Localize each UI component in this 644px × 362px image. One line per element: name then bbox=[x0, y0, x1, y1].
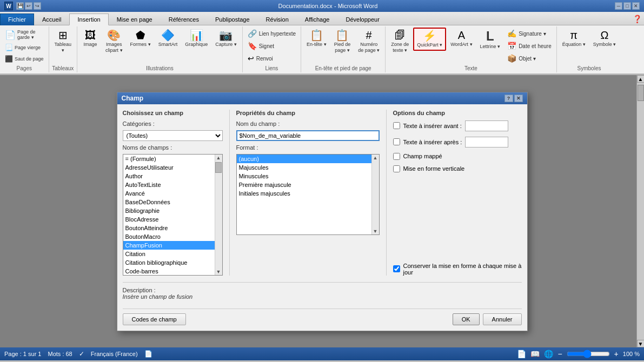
tab-affichage[interactable]: Affichage bbox=[297, 14, 338, 25]
tab-accueil[interactable]: Accueil bbox=[34, 14, 69, 25]
image-button[interactable]: 🖼 Image bbox=[79, 28, 101, 50]
quick-access-redo[interactable]: ↪ bbox=[34, 2, 41, 10]
tab-fichier[interactable]: Fichier bbox=[0, 14, 34, 25]
signature-button[interactable]: ✍ Signature ▾ bbox=[504, 28, 554, 39]
numero-page-button[interactable]: # Numérode page ▾ bbox=[355, 28, 383, 56]
list-item[interactable]: BaseDeDonnées bbox=[123, 198, 215, 206]
symboles-group-label: Symboles bbox=[577, 64, 601, 71]
annuler-button[interactable]: Annuler bbox=[483, 313, 522, 325]
list-item[interactable]: Code-barres bbox=[123, 267, 215, 275]
tableaux-group-label: Tableaux bbox=[52, 64, 74, 71]
tab-developpeur[interactable]: Développeur bbox=[337, 14, 387, 25]
tableau-button[interactable]: ⊞ Tableau▾ bbox=[51, 28, 75, 56]
names-scrollbar[interactable]: ▲ ▼ bbox=[215, 155, 222, 275]
maximize-button[interactable]: □ bbox=[623, 2, 631, 10]
list-item[interactable]: = (Formule) bbox=[123, 155, 215, 163]
list-item[interactable]: Bibliographie bbox=[123, 206, 215, 215]
equation-button[interactable]: π Équation ▾ bbox=[559, 28, 589, 50]
graphique-button[interactable]: 📊 Graphique bbox=[182, 28, 211, 50]
format-scrollbar[interactable]: ▲ ▼ bbox=[371, 155, 379, 234]
language: Français (France) bbox=[91, 351, 138, 357]
format-item[interactable]: Première majuscule bbox=[237, 180, 371, 189]
zoom-level: 100 % bbox=[623, 351, 640, 357]
field-name-input[interactable] bbox=[236, 130, 380, 141]
ok-button[interactable]: OK bbox=[453, 313, 480, 325]
quick-access-save[interactable]: 💾 bbox=[16, 2, 24, 10]
renvoi-button[interactable]: ↩ Renvoi bbox=[245, 52, 298, 64]
objet-button[interactable]: 📦 Objet ▾ bbox=[504, 52, 554, 64]
list-item[interactable]: AutoTextListe bbox=[123, 180, 215, 189]
format-item[interactable]: Initiales majuscules bbox=[237, 189, 371, 198]
champ-mappe-checkbox[interactable] bbox=[393, 153, 400, 160]
signet-button[interactable]: 🔖 Signet bbox=[245, 40, 298, 52]
format-item[interactable]: Minuscules bbox=[237, 172, 371, 180]
date-heure-button[interactable]: 📅 Date et heure bbox=[504, 40, 554, 52]
en-tete-button[interactable]: 📋 En-tête ▾ bbox=[303, 28, 330, 50]
names-list[interactable]: = (Formule) AdresseUtilisateur Author Au… bbox=[123, 155, 215, 275]
capture-button[interactable]: 📷 Capture ▾ bbox=[212, 28, 240, 50]
zoom-in-icon[interactable]: + bbox=[614, 350, 619, 358]
list-item[interactable]: Avancé bbox=[123, 189, 215, 198]
codes-champ-button[interactable]: Codes de champ bbox=[123, 313, 186, 325]
dialog-close-button[interactable]: ✕ bbox=[514, 95, 523, 102]
smartart-button[interactable]: 🔷 SmartArt bbox=[155, 28, 181, 50]
quick-access-undo[interactable]: ↩ bbox=[25, 2, 32, 10]
zoom-out-icon[interactable]: − bbox=[557, 350, 562, 358]
main-area: ▲ ▼ Champ ? ✕ Choisissez un champ Caté bbox=[0, 75, 644, 347]
texte-avant-input[interactable] bbox=[465, 120, 508, 131]
close-button[interactable]: ✕ bbox=[632, 2, 640, 10]
list-item[interactable]: BoutonMacro bbox=[123, 232, 215, 241]
tab-mise-en-page[interactable]: Mise en page bbox=[109, 14, 161, 25]
list-item-selected[interactable]: ChampFusion bbox=[123, 241, 215, 250]
lien-hypertexte-button[interactable]: 🔗 Lien hypertexte bbox=[245, 28, 298, 39]
list-item[interactable]: Citation bibliographique bbox=[123, 258, 215, 267]
categories-select[interactable]: (Toutes) bbox=[123, 130, 223, 141]
page-garde-button[interactable]: 📄 Page de garde ▾ bbox=[2, 28, 47, 42]
view-reading-icon[interactable]: 📖 bbox=[530, 350, 540, 358]
list-item[interactable]: Author bbox=[123, 172, 215, 180]
dialog-help-button[interactable]: ? bbox=[504, 95, 513, 102]
champ-mappe-row: Champ mappé bbox=[393, 153, 522, 160]
pied-page-button[interactable]: 📋 Pied depage ▾ bbox=[331, 28, 354, 56]
format-list[interactable]: (aucun) Majuscules Minuscules Première m… bbox=[237, 155, 371, 234]
quickpart-button[interactable]: ⚡ QuickPart ▾ bbox=[413, 28, 446, 51]
tab-references[interactable]: Références bbox=[161, 14, 207, 25]
layout-icon[interactable]: 📄 bbox=[144, 350, 152, 358]
status-bar: Page : 1 sur 1 Mots : 68 ✓ Français (Fra… bbox=[0, 347, 644, 360]
dialog-body: Choisissez un champ Catégories : (Toutes… bbox=[117, 104, 527, 331]
ribbon: Fichier Accueil Insertion Mise en page R… bbox=[0, 12, 644, 75]
conserver-checkbox[interactable] bbox=[393, 265, 400, 272]
zoom-slider[interactable] bbox=[567, 350, 610, 358]
help-icon[interactable]: ❓ bbox=[633, 15, 642, 23]
saut-page-button[interactable]: ⬛ Saut de page bbox=[2, 53, 47, 64]
list-item[interactable]: AdresseUtilisateur bbox=[123, 163, 215, 172]
texte-avant-checkbox[interactable] bbox=[393, 122, 400, 129]
zone-texte-button[interactable]: 🗐 Zone detexte ▾ bbox=[388, 28, 412, 56]
list-item[interactable]: BlocAdresse bbox=[123, 215, 215, 224]
lettrine-button[interactable]: L Lettrine ▾ bbox=[477, 28, 504, 52]
wordart-button[interactable]: A WordArt ▾ bbox=[447, 28, 475, 50]
list-item[interactable]: BoutonAtteindre bbox=[123, 224, 215, 232]
page-vierge-button[interactable]: 📃 Page vierge bbox=[2, 42, 47, 53]
tab-revision[interactable]: Révision bbox=[258, 14, 297, 25]
symbole-button[interactable]: Ω Symbole ▾ bbox=[590, 28, 620, 50]
view-normal-icon[interactable]: 📄 bbox=[517, 350, 526, 358]
categories-dropdown[interactable]: (Toutes) bbox=[123, 131, 222, 140]
tab-insertion[interactable]: Insertion bbox=[69, 14, 108, 25]
texte-avant-row: Texte à insérer avant : bbox=[393, 120, 522, 131]
list-item[interactable]: Citation bbox=[123, 250, 215, 258]
texte-apres-input[interactable] bbox=[465, 137, 508, 148]
images-clipart-button[interactable]: 🎨 Imagesclipart ▾ bbox=[102, 28, 126, 56]
view-web-icon[interactable]: 🌐 bbox=[544, 350, 553, 358]
mise-forme-verticale-checkbox[interactable] bbox=[393, 165, 400, 172]
dialog-left-section: Choisissez un champ Catégories : (Toutes… bbox=[123, 110, 223, 276]
spell-check-icon[interactable]: ✓ bbox=[79, 350, 84, 358]
tab-publipostage[interactable]: Publipostage bbox=[207, 14, 258, 25]
format-item-selected[interactable]: (aucun) bbox=[237, 155, 371, 163]
formes-button[interactable]: ⬟ Formes ▾ bbox=[127, 28, 154, 50]
minimize-button[interactable]: ─ bbox=[615, 2, 622, 10]
format-item[interactable]: Majuscules bbox=[237, 163, 371, 172]
dialog-title-bar: Champ ? ✕ bbox=[117, 92, 527, 104]
dialog-right-section: Options du champ Texte à insérer avant :… bbox=[393, 110, 522, 276]
texte-apres-checkbox[interactable] bbox=[393, 138, 400, 145]
